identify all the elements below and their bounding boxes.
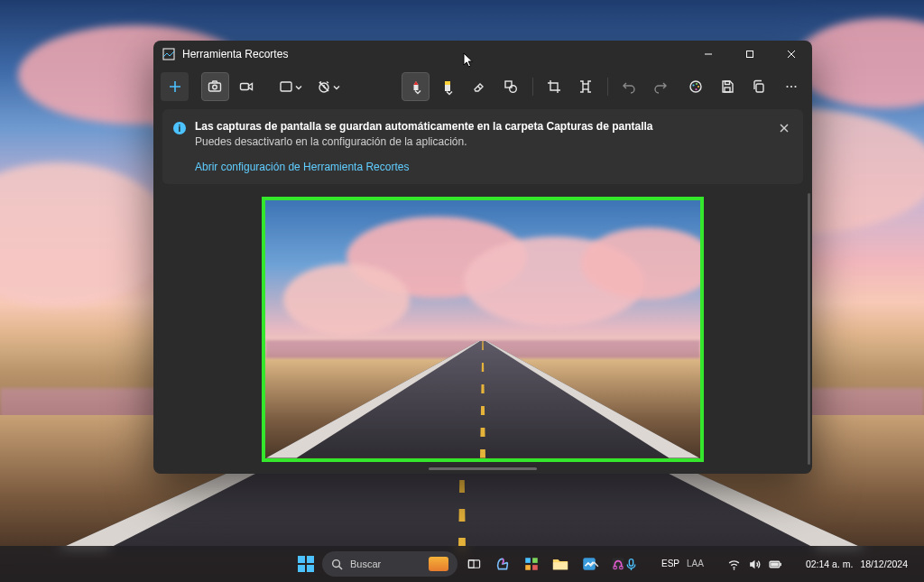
canvas-area[interactable] [153,184,812,474]
svg-rect-40 [525,565,531,570]
language-top: ESP [661,559,679,568]
taskbar-search[interactable]: Buscar [322,551,457,577]
toolbar-separator [607,78,608,96]
svg-rect-10 [281,82,291,91]
close-button[interactable] [771,41,812,68]
wallpaper-cloud [794,18,924,108]
edit-in-paint-button[interactable] [682,72,710,101]
search-placeholder: Buscar [350,559,381,569]
captured-screenshot[interactable] [265,200,700,458]
redo-button[interactable] [647,72,675,101]
highlighter-tool-button[interactable] [433,72,461,101]
svg-rect-37 [468,559,474,567]
wifi-icon [727,558,741,571]
snipping-tool-window: Herramienta Recortes [153,41,812,474]
file-explorer-button[interactable] [548,551,573,577]
search-icon [331,559,343,570]
svg-rect-26 [725,88,730,92]
pen-tool-button[interactable] [402,72,430,101]
svg-point-29 [786,86,788,88]
clock-button[interactable]: 02:14 a. m. 18/12/2024 [799,556,915,572]
svg-point-23 [696,83,698,85]
svg-rect-0 [163,49,174,60]
copilot-button[interactable] [490,551,515,577]
wallpaper-cloud [0,162,171,307]
svg-rect-41 [532,565,538,570]
taskbar-app-widgets[interactable] [519,551,544,577]
start-button[interactable] [293,551,319,577]
eraser-tool-button[interactable] [465,72,493,101]
info-close-button[interactable] [774,118,794,138]
info-bar: i Las capturas de pantalla se guardan au… [162,109,803,184]
screenshot-mode-button[interactable] [201,72,229,101]
svg-rect-50 [780,562,781,565]
svg-rect-9 [241,84,249,90]
new-snip-button[interactable] [161,72,189,101]
snip-shape-dropdown[interactable] [273,72,307,101]
svg-point-8 [213,85,217,89]
svg-rect-39 [532,558,538,563]
svg-rect-47 [629,559,633,566]
svg-point-48 [734,568,735,570]
language-indicator[interactable]: ESP LAA [654,557,711,571]
scrollbar[interactable] [808,193,810,465]
svg-point-30 [790,86,791,88]
save-button[interactable] [714,72,742,101]
svg-point-24 [698,86,699,88]
language-bottom: LAA [687,559,704,568]
svg-line-17 [478,87,481,89]
cursor-icon [463,52,474,69]
svg-point-31 [794,86,796,88]
text-actions-button[interactable] [572,72,600,101]
svg-rect-27 [725,81,730,85]
svg-rect-51 [771,562,779,566]
svg-point-25 [696,88,698,90]
resize-handle[interactable] [429,467,537,470]
search-highlight-icon [429,557,448,571]
svg-rect-38 [525,558,531,563]
undo-button[interactable] [615,72,643,101]
svg-rect-7 [209,83,221,91]
svg-rect-20 [583,84,588,89]
svg-point-21 [690,81,701,92]
tray-microphone-button[interactable] [617,555,645,574]
snip-selection-border[interactable] [262,197,704,462]
toolbar [153,68,812,106]
svg-point-19 [510,86,517,93]
tray-overflow-button[interactable] [580,555,608,574]
titlebar[interactable]: Herramienta Recortes [153,41,812,68]
info-title: Las capturas de pantalla se guardan auto… [195,120,790,133]
taskbar: Buscar [0,546,924,582]
shapes-tool-button[interactable] [497,72,525,101]
toolbar-separator [532,78,533,96]
clock-time: 02:14 a. m. [806,559,854,569]
battery-icon [769,558,782,571]
copy-button[interactable] [745,72,773,101]
clock-date: 18/12/2024 [860,559,908,569]
svg-rect-28 [756,84,763,92]
window-title: Herramienta Recortes [182,48,288,60]
svg-rect-42 [553,562,568,569]
app-icon [162,48,175,60]
task-view-button[interactable] [461,551,486,577]
svg-point-22 [693,84,695,86]
desktop-wallpaper: Herramienta Recortes [0,0,924,582]
volume-icon [748,558,762,571]
crop-tool-button[interactable] [541,72,568,101]
quick-settings-button[interactable] [720,555,790,574]
info-icon: i [173,122,186,134]
svg-rect-2 [747,51,753,58]
record-mode-button[interactable] [233,72,261,101]
svg-line-35 [339,566,343,569]
system-tray: ESP LAA 02:14 a. m. 18/12/2024 [580,546,919,582]
snip-delay-dropdown[interactable] [311,72,346,101]
svg-point-34 [333,559,340,567]
minimize-button[interactable] [688,41,729,68]
more-button[interactable] [777,72,805,101]
info-subtitle: Puedes desactivarlo en la configuración … [195,135,790,148]
open-settings-link[interactable]: Abrir configuración de Herramienta Recor… [195,161,409,173]
maximize-button[interactable] [729,41,771,68]
